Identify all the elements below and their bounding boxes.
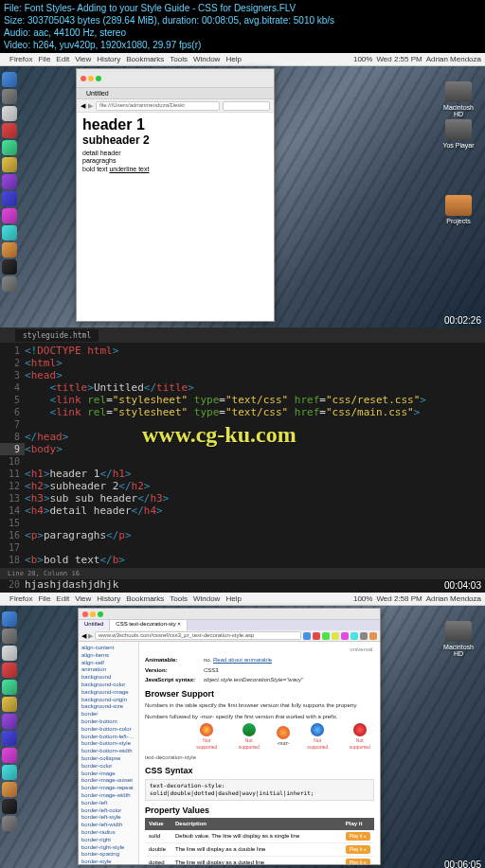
- dock-item[interactable]: [2, 157, 17, 172]
- url-input[interactable]: file:///Users/adrianmendoza/Deskt: [96, 101, 220, 111]
- play-button[interactable]: Play it »: [346, 832, 370, 841]
- sidebar-link[interactable]: background-size: [81, 703, 135, 711]
- menu-bookmarks[interactable]: Bookmarks: [126, 594, 164, 603]
- browser-tab[interactable]: Untitled: [86, 90, 109, 97]
- menu-app[interactable]: Firefox: [9, 594, 32, 603]
- menu-view[interactable]: View: [75, 55, 91, 63]
- sidebar-link[interactable]: border-left-width: [81, 822, 135, 829]
- sidebar-link[interactable]: border-bottom: [81, 718, 135, 726]
- dock-item[interactable]: [2, 140, 17, 155]
- code-content[interactable]: <!DOCTYPE html> <html> <head> <title>Unt…: [25, 343, 485, 593]
- menu-help[interactable]: Help: [225, 55, 241, 63]
- desktop-icon-yos[interactable]: Yos Playar: [441, 119, 476, 149]
- minimize-icon[interactable]: [88, 76, 94, 81]
- sidebar-link[interactable]: border-right: [81, 837, 135, 844]
- dock-item[interactable]: [2, 748, 17, 763]
- editor-tabs[interactable]: styleguide.html: [0, 328, 485, 343]
- sidebar-link[interactable]: border-image-outset: [81, 777, 135, 785]
- sidebar-link[interactable]: border-color: [81, 763, 135, 771]
- macos-dock[interactable]: [2, 72, 21, 292]
- toolbar-icons[interactable]: [303, 632, 377, 640]
- play-button[interactable]: Play it »: [346, 859, 370, 864]
- dock-item[interactable]: [2, 611, 17, 627]
- sidebar-link[interactable]: border-right-style: [81, 844, 135, 852]
- url-input[interactable]: www.w3schools.com/cssref/css3_pr_text-de…: [95, 631, 301, 640]
- dock-item[interactable]: [2, 174, 17, 189]
- menu-help[interactable]: Help: [225, 594, 241, 603]
- sidebar-link[interactable]: border-left: [81, 800, 135, 807]
- dock-item[interactable]: [2, 259, 17, 275]
- search-input[interactable]: [223, 101, 270, 111]
- menu-history[interactable]: History: [97, 594, 120, 603]
- sidebar-link[interactable]: border-bottom-left-radius: [81, 734, 135, 741]
- browser-tab[interactable]: Untitled: [79, 620, 110, 630]
- dock-item[interactable]: [2, 782, 17, 797]
- menu-app[interactable]: Firefox: [9, 55, 32, 63]
- dock-item[interactable]: [2, 225, 17, 240]
- dock-item[interactable]: [2, 714, 17, 729]
- browser-tab-active[interactable]: CSS text-decoration-sty ×: [110, 620, 188, 630]
- desktop-icon-projects[interactable]: Projects: [441, 195, 476, 224]
- firefox-window[interactable]: Untitled ◀ ▶ file:///Users/adrianmendoza…: [76, 68, 275, 322]
- sidebar-link[interactable]: border-collapse: [81, 755, 135, 763]
- sidebar-link[interactable]: border-left-color: [81, 807, 135, 815]
- traffic-lights[interactable]: [81, 76, 101, 81]
- dock-item[interactable]: [2, 123, 17, 138]
- sidebar-link[interactable]: border-image: [81, 771, 135, 778]
- close-icon[interactable]: [82, 611, 88, 617]
- dock-item[interactable]: [2, 680, 17, 695]
- menu-window[interactable]: Window: [193, 594, 220, 603]
- dock-item[interactable]: [2, 72, 17, 87]
- dock-item[interactable]: [2, 731, 17, 746]
- read-animatable-link[interactable]: Read about animatable: [213, 657, 272, 663]
- sidebar-link[interactable]: border-image-width: [81, 792, 135, 800]
- sidebar-link[interactable]: border-radius: [81, 829, 135, 837]
- menu-edit[interactable]: Edit: [56, 55, 69, 63]
- dock-item[interactable]: [2, 646, 17, 661]
- firefox-window[interactable]: Untitled CSS text-decoration-sty × ◀ ▶ w…: [78, 608, 381, 865]
- maximize-icon[interactable]: [98, 611, 103, 617]
- macos-dock[interactable]: [2, 611, 21, 831]
- sidebar-link[interactable]: border-spacing: [81, 851, 135, 859]
- macos-menubar[interactable]: Firefox File Edit View History Bookmarks…: [0, 53, 485, 66]
- menu-history[interactable]: History: [97, 55, 120, 63]
- sidebar-link[interactable]: background-origin: [81, 697, 135, 704]
- play-button[interactable]: Play it »: [346, 845, 370, 854]
- back-icon[interactable]: ◀: [81, 102, 85, 110]
- sidebar-link[interactable]: border-bottom-width: [81, 748, 135, 755]
- menu-bookmarks[interactable]: Bookmarks: [126, 55, 164, 63]
- dock-item[interactable]: [2, 765, 17, 780]
- browser-tabs[interactable]: Untitled CSS text-decoration-sty ×: [79, 620, 380, 630]
- editor-tab[interactable]: styleguide.html: [15, 329, 99, 342]
- sidebar-link[interactable]: border-style: [81, 859, 135, 864]
- sidebar-link[interactable]: border-bottom-style: [81, 740, 135, 748]
- sidebar-link[interactable]: align-items: [81, 652, 135, 660]
- forward-icon[interactable]: ▶: [88, 102, 93, 110]
- menu-file[interactable]: File: [38, 55, 50, 63]
- dock-item[interactable]: [2, 191, 17, 206]
- sidebar-link[interactable]: animation: [81, 666, 135, 674]
- dock-item[interactable]: [2, 799, 17, 814]
- menu-view[interactable]: View: [75, 594, 91, 603]
- dock-item[interactable]: [2, 629, 17, 644]
- forward-icon[interactable]: ▶: [88, 632, 93, 640]
- sidebar-link[interactable]: align-content: [81, 645, 135, 652]
- dock-item[interactable]: [2, 663, 17, 678]
- dock-item[interactable]: [2, 697, 17, 712]
- sidebar-link[interactable]: background-color: [81, 682, 135, 689]
- dock-item[interactable]: [2, 816, 17, 831]
- macos-menubar[interactable]: Firefox File Edit View History Bookmarks…: [0, 593, 485, 606]
- desktop-icon-hd[interactable]: Macintosh HD: [441, 81, 476, 117]
- dock-item[interactable]: [2, 89, 17, 104]
- sidebar-link[interactable]: border-left-style: [81, 814, 135, 822]
- sidebar-link[interactable]: border-image-repeat: [81, 785, 135, 792]
- back-icon[interactable]: ◀: [81, 632, 86, 640]
- sidebar-link[interactable]: background: [81, 674, 135, 682]
- menu-file[interactable]: File: [38, 594, 50, 603]
- sidebar-link[interactable]: border: [81, 711, 135, 718]
- window-titlebar[interactable]: [77, 69, 274, 88]
- window-titlebar[interactable]: [79, 609, 380, 620]
- sidebar-link[interactable]: align-self: [81, 660, 135, 667]
- menu-window[interactable]: Window: [193, 55, 220, 63]
- minimize-icon[interactable]: [90, 611, 96, 617]
